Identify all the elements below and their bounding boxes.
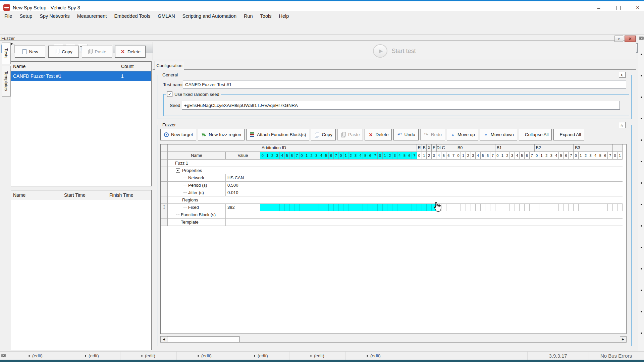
- copy-button[interactable]: Copy: [311, 129, 336, 140]
- col-header-finish-time[interactable]: Finish Time: [107, 190, 151, 200]
- fuzz-bit-cell[interactable]: [544, 204, 549, 211]
- row-name-network[interactable]: Network: [168, 174, 226, 182]
- move-up-button[interactable]: Move up: [447, 129, 478, 140]
- fuzz-bit-cell[interactable]: [579, 204, 584, 211]
- status-edit-segment[interactable]: (edit): [345, 352, 402, 360]
- col-header-name[interactable]: Name: [11, 190, 62, 200]
- row-gutter[interactable]: [161, 189, 168, 196]
- fuzz-bit-cell[interactable]: [353, 204, 358, 211]
- fuzz-bit-cell[interactable]: [265, 204, 270, 211]
- expand-all-button[interactable]: Expand All: [553, 129, 584, 140]
- fuzz-bit-cell[interactable]: [334, 204, 339, 211]
- row-value-jitter-s[interactable]: 0.010: [226, 189, 260, 196]
- name-column-header[interactable]: Name: [168, 152, 226, 160]
- fuzz-bit-cell[interactable]: [446, 204, 451, 211]
- status-edit-segment[interactable]: (edit): [289, 352, 346, 360]
- fuzz-bit-cell[interactable]: [559, 204, 564, 211]
- fuzz-bit-cell[interactable]: [583, 204, 588, 211]
- row-gutter[interactable]: [161, 174, 168, 182]
- fuzz-bit-cell[interactable]: [339, 204, 344, 211]
- fuzz-bit-cell[interactable]: [387, 204, 392, 211]
- fuzz-bit-cell[interactable]: [270, 204, 275, 211]
- new-fuzz-region-button[interactable]: New fuzz region: [198, 129, 245, 140]
- fuzz-bit-cell[interactable]: [348, 204, 354, 211]
- fuzz-bit-cell[interactable]: [383, 204, 388, 211]
- copy-button[interactable]: Copy: [48, 46, 79, 58]
- fuzz-bit-cell[interactable]: [451, 204, 456, 211]
- fuzz-bit-cell[interactable]: [309, 204, 314, 211]
- row-name-properties[interactable]: Properties: [168, 167, 260, 174]
- row-gutter[interactable]: [161, 182, 168, 189]
- seed-input[interactable]: +gEfisHuNagCLcyeXArH8spUWa91TJ+VAqeHr7kG…: [182, 101, 620, 110]
- menu-measurement[interactable]: Measurement: [73, 13, 111, 19]
- table-row[interactable]: CANFD Fuzzer Test #11: [11, 71, 151, 81]
- menu-embedded-tools[interactable]: Embedded Tools: [110, 13, 154, 19]
- fuzz-bit-cell[interactable]: [510, 204, 515, 211]
- undo-button[interactable]: Undo: [393, 129, 418, 140]
- menu-help[interactable]: Help: [275, 13, 292, 19]
- fuzz-bit-cell[interactable]: [358, 204, 363, 211]
- fuzz-bit-cell[interactable]: [300, 204, 305, 211]
- status-edit-segment[interactable]: (edit): [176, 352, 233, 360]
- fuzz-bit-cell[interactable]: [520, 204, 525, 211]
- fuzz-bit-cell[interactable]: [588, 204, 593, 211]
- scroll-left-button[interactable]: ◀: [161, 336, 167, 342]
- fuzz-bit-cell[interactable]: [397, 204, 402, 211]
- fuzz-bit-cell[interactable]: [392, 204, 397, 211]
- menu-setup[interactable]: Setup: [16, 13, 36, 19]
- row-value-fixed[interactable]: 392: [226, 204, 260, 211]
- value-column-header[interactable]: Value: [226, 152, 260, 160]
- move-down-button[interactable]: Move down: [480, 129, 517, 140]
- fuzz-bit-cell[interactable]: [412, 204, 417, 211]
- side-tab-tests[interactable]: Tests: [2, 43, 11, 64]
- fuzz-bit-cell[interactable]: [343, 204, 348, 211]
- new-target-button[interactable]: New target: [160, 129, 196, 140]
- fuzz-bit-cell[interactable]: [505, 204, 510, 211]
- menu-gmlan[interactable]: GMLAN: [154, 13, 179, 19]
- fuzz-bit-cell[interactable]: [378, 204, 383, 211]
- fuzz-bit-cell[interactable]: [476, 204, 481, 211]
- fuzz-bit-cell[interactable]: [373, 204, 378, 211]
- row-gutter[interactable]: [161, 196, 168, 204]
- fuzz-bit-cell[interactable]: [574, 204, 579, 211]
- collapse-all-button[interactable]: Collapse All: [519, 129, 552, 140]
- fuzz-bit-cell[interactable]: [481, 204, 486, 211]
- fuzz-bit-cell[interactable]: [466, 204, 471, 211]
- fuzz-bit-cell[interactable]: [319, 204, 324, 211]
- tab-configuration[interactable]: Configuration: [155, 61, 184, 70]
- status-edit-segment[interactable]: (edit): [233, 352, 289, 360]
- minimize-button[interactable]: –: [592, 4, 605, 11]
- row-value-period-s[interactable]: 0.500: [226, 182, 260, 189]
- row-name-jitter-s[interactable]: Jitter (s): [168, 189, 226, 196]
- fuzz-bit-cell[interactable]: [456, 204, 461, 211]
- scroll-right-button[interactable]: ▶: [620, 336, 626, 342]
- col-header-count[interactable]: Count: [119, 62, 151, 71]
- fuzz-bit-cell[interactable]: [598, 204, 603, 211]
- row-name-period-s[interactable]: Period (s): [168, 182, 226, 189]
- scrollbar-thumb[interactable]: [167, 336, 239, 342]
- fuzz-bit-cell[interactable]: [290, 204, 295, 211]
- fuzz-bit-cell[interactable]: [294, 204, 300, 211]
- fuzz-bit-cell[interactable]: [368, 204, 373, 211]
- fuzz-bit-cell[interactable]: [490, 204, 495, 211]
- fuzz-bit-cell[interactable]: [471, 204, 476, 211]
- status-camera-icon[interactable]: [1, 354, 6, 357]
- row-name-function-block-s[interactable]: Function Block (s): [168, 211, 226, 219]
- fuzz-bit-cell[interactable]: [402, 204, 407, 211]
- fuzz-bit-cell[interactable]: [608, 204, 613, 211]
- row-value-template[interactable]: [226, 219, 260, 226]
- general-collapse-button[interactable]: «: [619, 72, 626, 78]
- row-value-network[interactable]: HS CAN: [226, 174, 260, 182]
- fuzz-bit-cell[interactable]: [549, 204, 554, 211]
- menu-file[interactable]: File: [1, 13, 16, 19]
- panel-collapse-button[interactable]: ∨: [614, 36, 623, 42]
- test-name-input[interactable]: CANFD Fuzzer Test #1: [183, 80, 626, 89]
- col-header-name[interactable]: Name: [11, 62, 119, 71]
- tree-collapse-icon[interactable]: [176, 198, 180, 202]
- fuzz-bit-cell[interactable]: [525, 204, 530, 211]
- fuzz-bit-cell[interactable]: [275, 204, 280, 211]
- horizontal-scrollbar[interactable]: ◀ ▶: [160, 336, 627, 343]
- attach-function-block-s-button[interactable]: Attach Function Block(s): [246, 129, 309, 140]
- dock-camera-icon[interactable]: [639, 37, 644, 40]
- fuzz-bit-cell[interactable]: [329, 204, 334, 211]
